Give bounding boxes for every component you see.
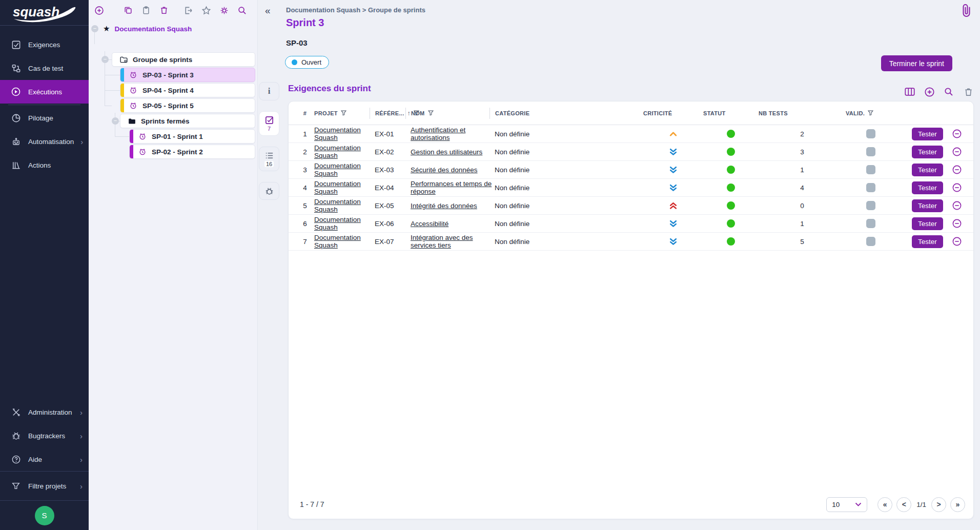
collapse-toggle-icon[interactable]: − <box>91 25 98 32</box>
tester-button[interactable]: Tester <box>912 217 943 230</box>
tab-test-plan[interactable]: 16 <box>259 147 279 171</box>
collapse-toggle-icon[interactable]: − <box>112 117 119 125</box>
favorite-star-icon[interactable] <box>201 5 211 15</box>
sidebar-item-exigences[interactable]: Exigences <box>0 33 89 56</box>
breadcrumb[interactable]: Documentation Squash > Groupe de sprints <box>286 6 425 14</box>
collapse-toggle-icon[interactable]: − <box>101 56 109 63</box>
attachment-paperclip-icon[interactable] <box>961 3 973 18</box>
requirement-link[interactable]: Accessibilité <box>411 220 448 228</box>
requirement-link[interactable]: Intégration avec des services tiers <box>411 234 495 249</box>
next-page-button[interactable]: > <box>931 497 946 512</box>
squash-logo[interactable]: squash <box>0 0 89 26</box>
nb-tests-cell: 2 <box>759 130 846 138</box>
settings-gear-icon[interactable] <box>219 5 229 15</box>
tab-requirements[interactable]: 7 <box>259 111 279 136</box>
requirement-link[interactable]: Gestion des utilisateurs <box>411 148 482 156</box>
tester-button[interactable]: Tester <box>912 181 943 194</box>
sidebar-item-automatisation[interactable]: Automatisation › <box>0 130 89 153</box>
column-header-nom[interactable]: NOM <box>405 108 495 119</box>
project-link[interactable]: Documentation Squash <box>314 234 375 249</box>
criticality-major-icon <box>669 130 678 138</box>
project-link[interactable]: Documentation Squash <box>314 198 375 213</box>
tab-issues[interactable] <box>259 182 279 200</box>
table-row[interactable]: 5 Documentation Squash EX-05 Intégrité d… <box>289 197 973 215</box>
add-node-icon[interactable] <box>94 5 104 15</box>
sidebar-item-filtre-projets[interactable]: Filtre projets › <box>0 472 89 500</box>
remove-row-icon[interactable] <box>952 147 962 157</box>
requirement-link[interactable]: Performances et temps de réponse <box>411 180 495 195</box>
finish-sprint-button[interactable]: Terminer le sprint <box>881 55 952 71</box>
last-page-button[interactable]: » <box>950 497 965 512</box>
remove-row-icon[interactable] <box>952 218 962 229</box>
tree-node-sp-05[interactable]: SP-05 - Sprint 5 <box>120 98 255 113</box>
tree-node-groupe-de-sprints[interactable]: Groupe de sprints <box>112 52 255 67</box>
tester-button[interactable]: Tester <box>912 164 943 176</box>
table-row[interactable]: 2 Documentation Squash EX-02 Gestion des… <box>289 143 973 161</box>
import-export-icon[interactable] <box>183 5 193 15</box>
project-link[interactable]: Documentation Squash <box>314 126 375 141</box>
tester-button[interactable]: Tester <box>912 199 943 212</box>
sidebar-item-cas-de-test[interactable]: Cas de test <box>0 56 89 80</box>
column-header-nb-tests[interactable]: NB TESTS <box>759 108 846 119</box>
tree-node-sprints-fermes[interactable]: Sprints fermés <box>120 114 255 128</box>
add-row-icon[interactable] <box>924 86 935 97</box>
copy-icon[interactable] <box>123 5 133 15</box>
table-row[interactable]: 3 Documentation Squash EX-03 Sécurité de… <box>289 161 973 179</box>
table-row[interactable]: 4 Documentation Squash EX-04 Performance… <box>289 179 973 197</box>
prev-page-button[interactable]: < <box>896 497 911 512</box>
search-icon[interactable] <box>237 5 247 15</box>
column-header-categorie[interactable]: CATÉGORIE <box>489 108 643 119</box>
first-page-button[interactable]: « <box>877 497 892 512</box>
tester-button[interactable]: Tester <box>912 146 943 158</box>
tree-line <box>115 136 129 137</box>
column-header-reference[interactable]: RÉFÉRE... ↑ <box>370 108 411 119</box>
tree-node-sp-03[interactable]: SP-03 - Sprint 3 <box>120 68 255 82</box>
remove-row-icon[interactable] <box>952 200 962 211</box>
column-header-statut[interactable]: STATUT <box>703 108 759 119</box>
nb-tests-cell: 3 <box>759 148 846 156</box>
delete-rows-icon[interactable] <box>963 86 974 97</box>
filter-funnel-icon[interactable] <box>341 110 346 116</box>
table-row[interactable]: 1 Documentation Squash EX-01 Authentific… <box>289 125 973 143</box>
delete-node-icon[interactable] <box>159 5 169 15</box>
project-link[interactable]: Documentation Squash <box>314 162 375 177</box>
project-link[interactable]: Documentation Squash <box>314 144 375 159</box>
tester-button[interactable]: Tester <box>912 128 943 140</box>
tree-root-row[interactable]: − ★ Documentation Squash <box>91 22 192 36</box>
column-header-num[interactable]: # <box>296 108 314 119</box>
sidebar-item-bugtrackers[interactable]: Bugtrackers › <box>0 424 89 447</box>
sidebar-item-aide[interactable]: Aide › <box>0 447 89 471</box>
requirement-link[interactable]: Intégrité des données <box>411 202 477 210</box>
project-link[interactable]: Documentation Squash <box>314 216 375 231</box>
search-table-icon[interactable] <box>943 86 954 97</box>
remove-row-icon[interactable] <box>952 129 962 139</box>
table-row[interactable]: 7 Documentation Squash EX-07 Intégration… <box>289 233 973 251</box>
column-header-projet[interactable]: PROJET <box>314 108 375 119</box>
tester-button[interactable]: Tester <box>912 235 943 248</box>
sidebar-item-administration[interactable]: Administration › <box>0 400 89 424</box>
table-row[interactable]: 6 Documentation Squash EX-06 Accessibili… <box>289 215 973 233</box>
sidebar-item-actions[interactable]: Actions <box>0 153 89 177</box>
paste-icon[interactable] <box>141 5 151 15</box>
robot-icon <box>10 136 22 147</box>
remove-row-icon[interactable] <box>952 236 962 247</box>
requirement-link[interactable]: Sécurité des données <box>411 166 478 174</box>
column-header-criticite[interactable]: CRITICITÉ <box>643 108 703 119</box>
remove-row-icon[interactable] <box>952 165 962 175</box>
tree-node-sp-01[interactable]: SP-01 - Sprint 1 <box>129 129 255 144</box>
user-avatar[interactable]: S <box>35 506 54 525</box>
remove-row-icon[interactable] <box>952 182 962 193</box>
collapse-panel-icon[interactable]: « <box>265 5 271 16</box>
columns-icon[interactable] <box>904 86 915 97</box>
tab-information[interactable]: i <box>259 82 279 100</box>
filter-funnel-icon[interactable] <box>868 110 873 116</box>
filter-funnel-icon[interactable] <box>428 110 434 116</box>
page-size-select[interactable]: 10 <box>826 497 867 512</box>
sidebar-item-pilotage[interactable]: Pilotage <box>0 106 89 130</box>
tree-node-sp-04[interactable]: SP-04 - Sprint 4 <box>120 83 255 97</box>
sidebar-item-executions[interactable]: Exécutions <box>0 80 89 104</box>
requirement-link[interactable]: Authentification et autorisations <box>411 126 495 141</box>
column-header-valid[interactable]: VALID. <box>846 108 895 119</box>
tree-node-sp-02[interactable]: SP-02 - Sprint 2 <box>129 145 255 159</box>
project-link[interactable]: Documentation Squash <box>314 180 375 195</box>
